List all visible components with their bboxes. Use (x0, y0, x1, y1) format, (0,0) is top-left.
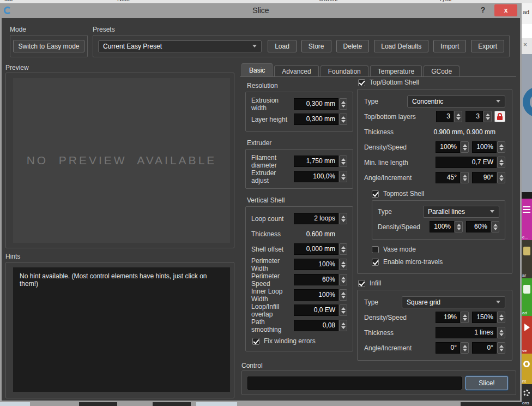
spin-value[interactable]: 150% (472, 312, 497, 323)
bg-toolbar-button[interactable]: ad (522, 278, 532, 316)
spin-value[interactable]: 100% (294, 259, 338, 270)
tab-temperature[interactable]: Temperature (370, 65, 422, 77)
spin-value[interactable]: 0° (472, 342, 497, 354)
topmost-speed-spinbox[interactable]: 60% (466, 221, 499, 232)
spin-buttons[interactable] (497, 342, 505, 354)
spin-value[interactable]: 1 lines (436, 327, 497, 338)
spin-buttons[interactable] (339, 171, 347, 182)
spin-up-icon[interactable] (341, 261, 346, 264)
spin-down-icon[interactable] (499, 178, 504, 181)
topmost-shell-checkbox[interactable] (372, 190, 379, 198)
spin-up-icon[interactable] (463, 314, 467, 317)
micro-travels-checkbox[interactable] (372, 259, 379, 266)
spin-value[interactable]: 90° (472, 172, 497, 183)
perimeter-speed-spinbox[interactable]: 60% (294, 274, 347, 285)
spin-value[interactable]: 3 (466, 111, 483, 122)
spin-up-icon[interactable] (341, 158, 346, 161)
spin-buttons[interactable] (339, 259, 347, 270)
tab-foundation[interactable]: Foundation (321, 65, 368, 77)
spin-up-icon[interactable] (456, 114, 461, 116)
top-layers-spinbox[interactable]: 3 (436, 111, 462, 122)
spin-value[interactable]: 100,0% (294, 171, 338, 182)
spin-buttons[interactable] (339, 114, 347, 125)
spin-down-icon[interactable] (341, 265, 346, 268)
spin-buttons[interactable] (339, 213, 347, 224)
spin-up-icon[interactable] (499, 175, 504, 177)
spin-value[interactable]: 0,08 (294, 320, 338, 331)
spin-down-icon[interactable] (456, 117, 461, 120)
infill-type-select[interactable]: Square grid (402, 296, 505, 308)
spin-down-icon[interactable] (463, 349, 467, 351)
spin-down-icon[interactable] (493, 228, 498, 230)
help-button[interactable]: ? (478, 5, 488, 15)
close-button[interactable]: x (494, 4, 517, 16)
spin-down-icon[interactable] (341, 250, 346, 253)
bottom-layers-spinbox[interactable]: 3 (466, 111, 492, 122)
spin-down-icon[interactable] (341, 311, 346, 314)
tab-basic[interactable]: Basic (241, 63, 273, 77)
spin-down-icon[interactable] (341, 105, 346, 108)
bg-toolbar-button[interactable]: ons (522, 384, 532, 406)
spin-down-icon[interactable] (463, 318, 467, 321)
spin-down-icon[interactable] (341, 162, 346, 165)
delete-button[interactable]: Delete (336, 40, 370, 52)
spin-buttons[interactable] (461, 312, 469, 323)
fix-winding-errors-checkbox[interactable] (252, 338, 259, 345)
top-bottom-shell-checkbox[interactable] (358, 79, 365, 86)
spin-buttons[interactable] (454, 111, 462, 122)
path-smoothing-spinbox[interactable]: 0,08 (294, 320, 347, 331)
tbs-type-select[interactable]: Concentric (407, 95, 505, 108)
tbs-speed-spinbox[interactable]: 100% (472, 141, 505, 153)
spin-value[interactable]: 19% (436, 312, 460, 323)
spin-value[interactable]: 60% (294, 274, 338, 285)
min-line-length-spinbox[interactable]: 0,7 EW (436, 157, 505, 168)
spin-buttons[interactable] (339, 156, 347, 167)
spin-down-icon[interactable] (457, 228, 461, 230)
spin-up-icon[interactable] (341, 323, 346, 325)
spin-buttons[interactable] (497, 312, 505, 323)
spin-buttons[interactable] (497, 141, 505, 153)
spin-buttons[interactable] (483, 111, 492, 122)
switch-easy-mode-button[interactable]: Switch to Easy mode (13, 40, 84, 52)
spin-up-icon[interactable] (341, 246, 346, 249)
spin-down-icon[interactable] (341, 280, 346, 283)
extrusion-width-spinbox[interactable]: 0,300 mm (294, 98, 347, 110)
spin-up-icon[interactable] (341, 307, 346, 310)
spin-down-icon[interactable] (499, 163, 504, 166)
store-button[interactable]: Store (301, 40, 331, 52)
spin-buttons[interactable] (497, 157, 505, 168)
spin-buttons[interactable] (455, 221, 463, 232)
spin-buttons[interactable] (339, 274, 347, 285)
spin-value[interactable]: 45° (436, 172, 460, 183)
spin-value[interactable]: 0° (436, 342, 460, 354)
spin-up-icon[interactable] (457, 224, 461, 226)
spin-buttons[interactable] (461, 172, 469, 183)
spin-up-icon[interactable] (341, 292, 346, 295)
bg-toolbar-button[interactable]: nt (522, 354, 532, 384)
spin-down-icon[interactable] (463, 178, 467, 181)
spin-down-icon[interactable] (499, 318, 504, 321)
bg-toolbar-button[interactable]: ve (522, 316, 532, 354)
spin-down-icon[interactable] (499, 333, 504, 336)
loop-count-spinbox[interactable]: 2 loops (294, 213, 347, 224)
tbs-density-spinbox[interactable]: 100% (436, 141, 469, 153)
tbs-angle-spinbox[interactable]: 45° (436, 172, 469, 183)
topmost-type-select[interactable]: Parallel lines (423, 206, 499, 218)
spin-buttons[interactable] (339, 289, 347, 301)
spin-up-icon[interactable] (341, 277, 346, 279)
extruder-adjust-spinbox[interactable]: 100,0% (294, 171, 347, 182)
spin-buttons[interactable] (461, 342, 469, 354)
infill-thickness-spinbox[interactable]: 1 lines (436, 327, 505, 338)
bg-toolbar-button[interactable]: ar (522, 240, 532, 278)
spin-buttons[interactable] (339, 304, 347, 316)
spin-up-icon[interactable] (499, 330, 504, 332)
vase-mode-checkbox[interactable] (372, 246, 379, 253)
spin-value[interactable]: 0,7 EW (436, 157, 497, 168)
import-button[interactable]: Import (433, 40, 466, 52)
spin-up-icon[interactable] (499, 314, 504, 317)
spin-up-icon[interactable] (341, 174, 346, 176)
export-button[interactable]: Export (471, 40, 504, 52)
spin-down-icon[interactable] (341, 296, 346, 298)
infill-density-spinbox[interactable]: 19% (436, 312, 469, 323)
layer-height-spinbox[interactable]: 0,300 mm (294, 114, 347, 125)
